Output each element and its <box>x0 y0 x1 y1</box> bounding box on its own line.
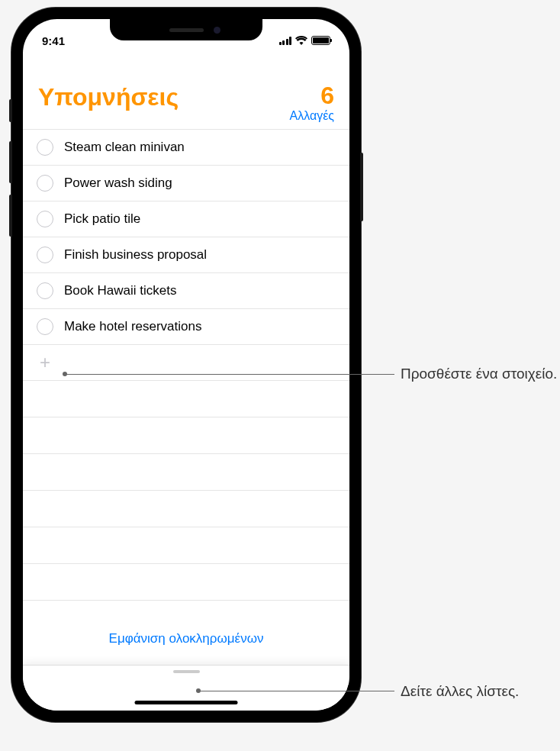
home-indicator[interactable] <box>135 701 238 704</box>
reminder-item[interactable]: Steam clean minivan <box>23 130 349 166</box>
callout-dot <box>63 372 67 376</box>
callout-dot <box>196 688 201 693</box>
drawer-handle[interactable] <box>173 670 200 673</box>
edit-button[interactable]: Αλλαγές <box>289 109 334 123</box>
empty-row <box>23 381 349 417</box>
reminder-text[interactable]: Pick patio tile <box>64 211 140 227</box>
reminder-count: 6 <box>289 83 334 108</box>
header: Υπομνήσεις 6 Αλλαγές <box>23 53 349 129</box>
notch <box>110 19 262 40</box>
reminders-list: Steam clean minivan Power wash siding Pi… <box>23 129 349 601</box>
reminder-text[interactable]: Make hotel reservations <box>64 319 201 334</box>
show-completed-button[interactable]: Εμφάνιση ολοκληρωμένων <box>23 620 349 657</box>
status-indicators <box>279 34 331 47</box>
wifi-icon <box>295 34 307 47</box>
battery-icon <box>311 36 330 45</box>
empty-row <box>23 454 349 491</box>
reminder-text[interactable]: Steam clean minivan <box>64 140 185 155</box>
power-button <box>360 153 363 221</box>
complete-toggle[interactable] <box>37 282 53 299</box>
add-reminder-button[interactable]: + <box>23 345 349 381</box>
callout-add-item: Προσθέστε ένα στοιχείο. <box>401 364 557 384</box>
reminder-item[interactable]: Power wash siding <box>23 166 349 201</box>
plus-icon: + <box>37 354 53 371</box>
phone-frame: 9:41 Υπομνήσεις 6 Αλλαγές <box>11 8 361 722</box>
screen: 9:41 Υπομνήσεις 6 Αλλαγές <box>23 19 349 711</box>
empty-row <box>23 527 349 564</box>
empty-row <box>23 417 349 454</box>
mute-switch <box>9 99 12 122</box>
front-camera <box>214 27 220 34</box>
speaker <box>169 28 204 32</box>
callout-see-lists: Δείτε άλλες λίστες. <box>401 682 519 701</box>
status-time: 9:41 <box>42 34 88 47</box>
complete-toggle[interactable] <box>37 318 53 335</box>
complete-toggle[interactable] <box>37 175 53 192</box>
complete-toggle[interactable] <box>37 139 53 156</box>
list-title: Υπομνήσεις <box>38 83 179 111</box>
callout-line <box>65 374 394 375</box>
reminder-item[interactable]: Make hotel reservations <box>23 309 349 345</box>
reminder-item[interactable]: Finish business proposal <box>23 237 349 273</box>
empty-row <box>23 564 349 601</box>
empty-row <box>23 491 349 527</box>
reminder-item[interactable]: Pick patio tile <box>23 201 349 237</box>
reminder-text[interactable]: Book Hawaii tickets <box>64 283 176 298</box>
callout-line <box>198 691 394 691</box>
complete-toggle[interactable] <box>37 247 53 263</box>
reminder-item[interactable]: Book Hawaii tickets <box>23 273 349 309</box>
app-content: Υπομνήσεις 6 Αλλαγές Steam clean minivan… <box>23 53 349 711</box>
reminder-text[interactable]: Power wash siding <box>64 176 172 191</box>
complete-toggle[interactable] <box>37 211 53 227</box>
reminder-text[interactable]: Finish business proposal <box>64 247 207 263</box>
volume-down-button <box>9 195 12 237</box>
cellular-signal-icon <box>279 37 292 45</box>
volume-up-button <box>9 141 12 183</box>
